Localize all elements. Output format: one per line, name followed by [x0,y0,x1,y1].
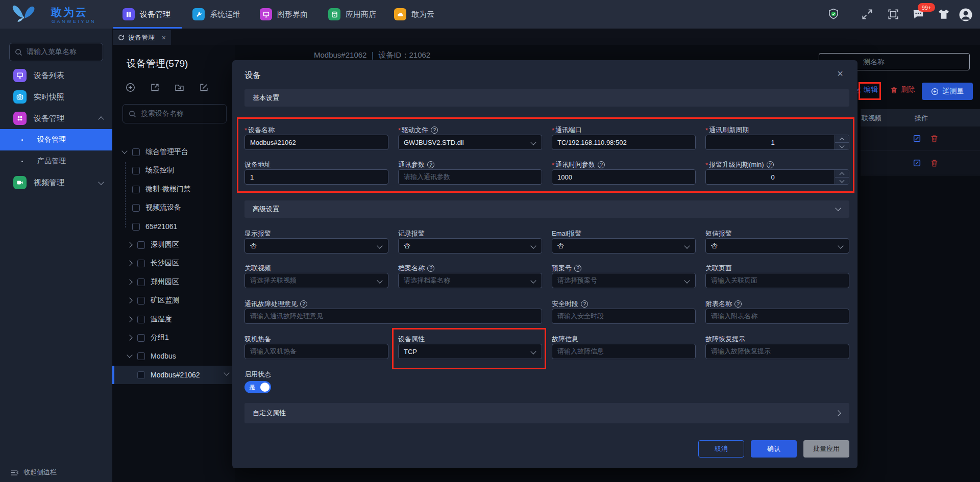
help-icon[interactable] [574,265,581,272]
tree-item-group[interactable]: Modbus [112,347,235,365]
decrement-button[interactable] [835,177,849,185]
fullscreen-icon[interactable] [861,8,874,23]
schedule-name-input[interactable]: 请输入附表名称 [705,309,849,324]
dual-hot-standby-input[interactable]: 请输入双机热备 [244,344,388,359]
close-icon[interactable]: × [837,68,843,80]
sidebar-group-device-management[interactable]: 设备管理 [0,108,112,129]
section-advanced-settings[interactable]: 高级设置 [244,200,849,218]
collapse-sidebar-button[interactable]: 收起侧边栏 [10,468,57,477]
device-attribute-select[interactable]: TCP [398,344,542,359]
tree-item-group[interactable]: 矿区监测 [112,291,235,310]
navtab-graphic-ui[interactable]: 图形界面 [260,0,308,29]
frame-capture-icon[interactable] [887,8,900,23]
tree-item-group[interactable]: 郑州园区 [112,273,235,291]
linked-page-input[interactable]: 请输入关联页面 [705,273,849,288]
comm-time-params-input[interactable]: 1000 [552,169,696,185]
fault-info-input[interactable]: 请输入故障信息 [552,344,696,359]
content-tab-device-management[interactable]: 设备管理 × [113,30,171,45]
device-search-input[interactable]: 搜索设备名称 [122,104,227,123]
checkbox[interactable] [132,167,140,174]
sms-alarm-select[interactable]: 否 [705,238,849,253]
help-icon[interactable] [734,300,742,308]
record-alarm-select[interactable]: 否 [398,238,542,253]
checkbox[interactable] [132,204,140,212]
chevron-right-icon[interactable] [127,297,132,303]
batch-apply-button[interactable]: 批量应用 [803,440,849,458]
archive-name-select[interactable]: 请选择档案名称 [398,273,542,288]
navtab-system-ops[interactable]: 系统运维 [192,0,240,29]
chevron-right-icon[interactable] [127,260,132,266]
driver-file-select[interactable]: GWJBUSV2.STD.dll [398,135,542,150]
comm-port-input[interactable]: TC/192.168.110.98:502 [552,135,696,150]
edit-icon[interactable] [199,83,209,92]
row-delete-icon[interactable] [930,134,939,145]
cancel-button[interactable]: 取消 [698,440,744,458]
enable-status-toggle[interactable]: 是 [244,381,271,393]
checkbox[interactable] [132,223,140,231]
help-icon[interactable] [581,300,588,308]
tree-item[interactable]: 65#21061 [112,217,235,236]
chevron-right-icon[interactable] [127,335,132,340]
refresh-period-stepper[interactable]: 1 [705,135,849,150]
help-icon[interactable] [598,161,605,168]
tab-close-icon[interactable]: × [162,34,166,42]
tree-item-group[interactable]: 分组1 [112,328,235,347]
checkbox[interactable] [137,241,145,249]
add-telemetry-button[interactable]: 遥测量 [922,83,973,100]
folder-move-icon[interactable] [175,83,184,92]
user-avatar[interactable] [959,8,973,24]
checkbox[interactable] [137,334,145,342]
sidebar-subitem-device-management[interactable]: 设备管理 [0,129,112,150]
alarm-upgrade-stepper[interactable]: 0 [705,169,849,185]
sidebar-subitem-product-management[interactable]: 产品管理 [0,150,112,172]
tree-item-group[interactable]: 深圳园区 [112,236,235,254]
chevron-right-icon[interactable] [127,316,132,322]
sidebar-group-video-management[interactable]: 视频管理 [0,172,112,193]
tree-item-root[interactable]: 综合管理平台 [112,143,235,161]
navtab-app-store[interactable]: 应用商店 [328,0,376,29]
checkbox[interactable] [132,186,140,193]
refresh-icon[interactable] [118,34,125,41]
navtab-device-management[interactable]: 设备管理 [122,0,170,29]
row-edit-icon[interactable] [913,134,921,145]
section-custom-attributes[interactable]: 自定义属性 [244,403,849,423]
chevron-right-icon[interactable] [127,242,132,247]
plan-number-select[interactable]: 请选择预案号 [552,273,696,288]
help-icon[interactable] [300,300,307,308]
row-edit-icon[interactable] [913,159,921,169]
tree-item-group[interactable]: 温湿度 [112,310,235,328]
add-icon[interactable] [126,83,135,92]
sidebar-menu-search-input[interactable]: 请输入菜单名称 [9,43,103,61]
checkbox[interactable] [137,371,145,379]
checkbox[interactable] [137,278,145,286]
chevron-right-icon[interactable] [127,279,132,285]
chevron-down-icon[interactable] [121,148,127,154]
sidebar-item-snapshot[interactable]: 实时快照 [0,86,112,108]
checkbox[interactable] [137,260,145,267]
help-icon[interactable] [431,126,438,134]
device-name-input[interactable]: Modbus#21062 [244,135,388,150]
comm-params-input[interactable]: 请输入通讯参数 [398,169,542,185]
comm-fault-advice-input[interactable]: 请输入通讯故障处理意见 [244,309,542,324]
email-alarm-select[interactable]: 否 [552,238,696,253]
help-icon[interactable] [427,161,434,168]
export-icon[interactable] [150,83,160,92]
decrement-button[interactable] [835,142,849,150]
tree-item-group[interactable]: 长沙园区 [112,254,235,272]
tree-item[interactable]: 场景控制 [112,161,235,180]
confirm-button[interactable]: 确认 [751,440,797,458]
delete-button[interactable]: 删除 [890,85,915,94]
checkbox[interactable] [137,352,145,360]
linked-video-select[interactable]: 请选择关联视频 [244,273,388,288]
tree-item-selected[interactable]: Modbus#21062 [112,366,235,384]
security-shield-icon[interactable] [827,8,840,23]
increment-button[interactable] [835,170,849,177]
checkbox[interactable] [137,316,145,323]
fault-recovery-hint-input[interactable]: 请输入故障恢复提示 [705,344,849,359]
increment-button[interactable] [835,135,849,142]
row-delete-icon[interactable] [930,159,939,169]
chevron-down-icon[interactable] [127,352,132,358]
theme-shirt-icon[interactable] [937,8,950,23]
tree-item[interactable]: 微耕-微根门禁 [112,180,235,198]
tree-item[interactable]: 视频流设备 [112,198,235,217]
